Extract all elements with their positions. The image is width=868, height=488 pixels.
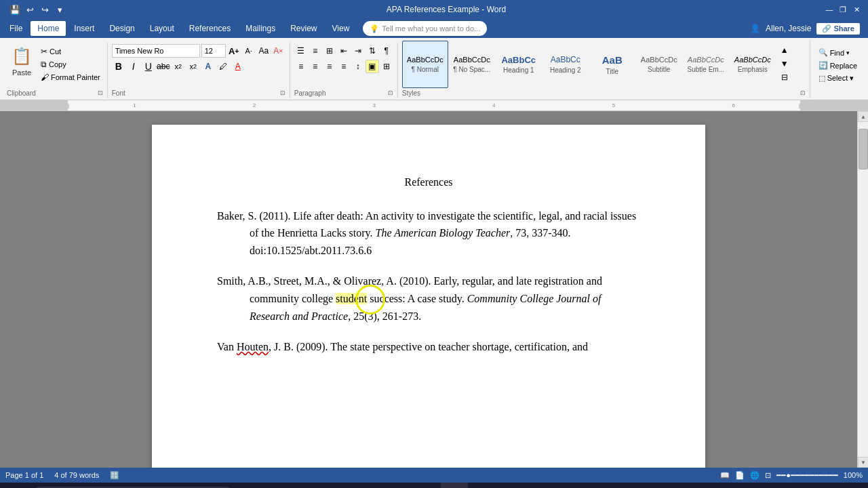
taskbar-app-pdf[interactable]: 📕 bbox=[498, 483, 525, 488]
taskbar-app-firefox[interactable]: 🦊 bbox=[327, 483, 354, 488]
menu-file[interactable]: File bbox=[3, 21, 29, 36]
align-left-btn[interactable]: ≡ bbox=[294, 60, 308, 73]
restore-btn[interactable]: ❐ bbox=[837, 3, 849, 16]
bold-button[interactable]: B bbox=[112, 60, 125, 73]
focus-mode-btn[interactable]: ⊡ bbox=[765, 471, 771, 480]
multilevel-list-btn[interactable]: ⊞ bbox=[323, 44, 336, 58]
highlight-color-btn[interactable]: 🖊 bbox=[216, 60, 230, 73]
ref-entry-1-cont-2[interactable]: doi:10.1525/abt.2011.73.6.6 bbox=[217, 242, 640, 260]
styles-scroll-down[interactable]: ▼ bbox=[778, 57, 791, 70]
align-right-btn[interactable]: ≡ bbox=[323, 60, 336, 73]
select-button[interactable]: ⬚ Select ▾ bbox=[814, 73, 859, 84]
font-family-input[interactable] bbox=[112, 44, 200, 58]
menu-view[interactable]: View bbox=[326, 21, 357, 36]
styles-more[interactable]: ⊟ bbox=[778, 70, 791, 84]
borders-btn[interactable]: ⊞ bbox=[380, 60, 393, 73]
taskbar-app-word[interactable]: 📝 bbox=[441, 483, 468, 488]
taskbar-app-task-view[interactable]: ⧉ bbox=[241, 483, 269, 488]
scroll-track[interactable] bbox=[858, 122, 868, 457]
justify-btn[interactable]: ≡ bbox=[337, 60, 351, 73]
close-btn[interactable]: ✕ bbox=[850, 3, 863, 16]
format-painter-button[interactable]: 🖌 Format Painter bbox=[38, 71, 103, 83]
line-spacing-btn[interactable]: ↕ bbox=[351, 60, 365, 73]
scroll-up-arrow[interactable]: ▲ bbox=[858, 111, 868, 122]
zoom-slider[interactable]: ━━●━━━━━━━━━━ bbox=[776, 471, 838, 480]
view-web-btn[interactable]: 🌐 bbox=[750, 471, 760, 480]
change-case-btn[interactable]: Aa bbox=[257, 44, 271, 58]
font-expand-icon[interactable]: ⊡ bbox=[280, 89, 285, 96]
ref-entry-2-cont-2[interactable]: Research and Practice, 25(3), 261-273. bbox=[217, 308, 640, 325]
styles-expand-icon[interactable]: ⊡ bbox=[800, 89, 806, 96]
shading-btn[interactable]: ▣ bbox=[366, 60, 379, 73]
clipboard-expand-icon[interactable]: ⊡ bbox=[98, 89, 103, 96]
cut-button[interactable]: ✂ Cut bbox=[38, 45, 103, 58]
save-btn[interactable]: 💾 bbox=[8, 3, 22, 16]
style-subtitle[interactable]: AaBbCcDc Subtitle bbox=[636, 41, 682, 88]
increase-font-btn[interactable]: A+ bbox=[227, 44, 241, 58]
style-heading2[interactable]: AaBbCc Heading 2 bbox=[542, 41, 589, 88]
italic-button[interactable]: I bbox=[127, 60, 140, 73]
decrease-font-btn[interactable]: A- bbox=[242, 44, 256, 58]
menu-insert[interactable]: Insert bbox=[67, 21, 101, 36]
view-print-btn[interactable]: 📄 bbox=[735, 471, 745, 480]
menu-layout[interactable]: Layout bbox=[143, 21, 181, 36]
clear-formatting-btn[interactable]: A✕ bbox=[272, 44, 285, 58]
view-read-btn[interactable]: 📖 bbox=[720, 471, 730, 480]
replace-button[interactable]: 🔄 Replace bbox=[814, 60, 861, 71]
window-controls[interactable]: — ❐ ✕ bbox=[823, 3, 863, 16]
show-marks-btn[interactable]: ¶ bbox=[380, 44, 393, 58]
ref-entry-3-first-line[interactable]: Van Houten, J. B. (2009). The state pers… bbox=[217, 338, 640, 356]
underline-button[interactable]: U bbox=[142, 60, 155, 73]
taskbar-app-explorer[interactable]: 📁 bbox=[270, 483, 297, 488]
strikethrough-button[interactable]: abc bbox=[157, 60, 170, 73]
taskbar-app-chrome[interactable]: 🔵 bbox=[384, 483, 411, 488]
qat-dropdown-btn[interactable]: ▾ bbox=[53, 3, 66, 16]
taskbar-app-folder[interactable]: 📂 bbox=[355, 483, 382, 488]
taskbar-app-media[interactable]: 🎵 bbox=[469, 483, 496, 488]
style-no-spacing[interactable]: AaBbCcDc ¶ No Spac... bbox=[449, 41, 495, 88]
scroll-down-arrow[interactable]: ▼ bbox=[858, 457, 868, 468]
quick-access-toolbar[interactable]: 💾 ↩ ↪ ▾ bbox=[5, 3, 69, 16]
bullets-btn[interactable]: ☰ bbox=[294, 44, 308, 58]
copy-button[interactable]: ⧉ Copy bbox=[38, 58, 103, 70]
menu-mailings[interactable]: Mailings bbox=[239, 21, 282, 36]
start-button[interactable]: ⊞ bbox=[3, 483, 30, 488]
numbering-btn[interactable]: ≡ bbox=[309, 44, 322, 58]
user-area[interactable]: 👤 Allen, Jessie 🔗 Share bbox=[750, 23, 865, 35]
ref-entry-1-cont-1[interactable]: of the Henrietta Lacks story. The Americ… bbox=[217, 224, 640, 242]
styles-scroll-up[interactable]: ▲ bbox=[778, 43, 791, 57]
tell-me-input[interactable]: 💡 Tell me what you want to do... bbox=[363, 21, 487, 36]
style-subtle-emphasis[interactable]: AaBbCcDc Subtle Em... bbox=[683, 41, 729, 88]
style-normal[interactable]: AaBbCcDc ¶ Normal bbox=[402, 41, 448, 88]
style-title[interactable]: AaB Title bbox=[589, 41, 635, 88]
menu-review[interactable]: Review bbox=[283, 21, 323, 36]
increase-indent-btn[interactable]: ⇥ bbox=[351, 44, 365, 58]
redo-btn[interactable]: ↪ bbox=[38, 3, 52, 16]
ref-entry-2-first-line[interactable]: Smith, A.B., Street, M.A., & Olivarez, A… bbox=[217, 272, 640, 290]
align-center-btn[interactable]: ≡ bbox=[309, 60, 322, 73]
style-heading1[interactable]: AaBbCc Heading 1 bbox=[496, 41, 542, 88]
text-effects-btn[interactable]: A bbox=[201, 60, 215, 73]
menu-design[interactable]: Design bbox=[102, 21, 141, 36]
vertical-scrollbar[interactable]: ▲ ▼ bbox=[857, 111, 868, 468]
decrease-indent-btn[interactable]: ⇤ bbox=[337, 44, 351, 58]
ref-entry-2-cont-1[interactable]: community college student success: A cas… bbox=[217, 290, 640, 308]
style-emphasis[interactable]: AaBbCcDc Emphasis bbox=[730, 41, 776, 88]
font-size-input[interactable] bbox=[201, 44, 226, 58]
sort-btn[interactable]: ⇅ bbox=[366, 44, 379, 58]
ref-entry-1-first-line[interactable]: Baker, S. (2011). Life after death: An a… bbox=[217, 207, 640, 225]
menu-references[interactable]: References bbox=[182, 21, 237, 36]
taskbar-app-outlook[interactable]: 📧 bbox=[412, 483, 439, 488]
taskbar-app-ie[interactable]: 🌐 bbox=[298, 483, 326, 488]
scroll-thumb[interactable] bbox=[859, 129, 868, 169]
menu-home[interactable]: Home bbox=[31, 21, 66, 36]
subscript-button[interactable]: x2 bbox=[172, 60, 185, 73]
paste-button[interactable]: 📋 Paste bbox=[7, 44, 37, 78]
undo-btn[interactable]: ↩ bbox=[23, 3, 37, 16]
document-scroll[interactable]: References Baker, S. (2011). Life after … bbox=[0, 111, 857, 468]
minimize-btn[interactable]: — bbox=[823, 3, 835, 16]
font-color-btn[interactable]: A bbox=[231, 60, 245, 73]
superscript-button[interactable]: x2 bbox=[186, 60, 200, 73]
find-button[interactable]: 🔍 Find ▾ bbox=[814, 47, 854, 58]
paragraph-expand-icon[interactable]: ⊡ bbox=[388, 89, 393, 96]
